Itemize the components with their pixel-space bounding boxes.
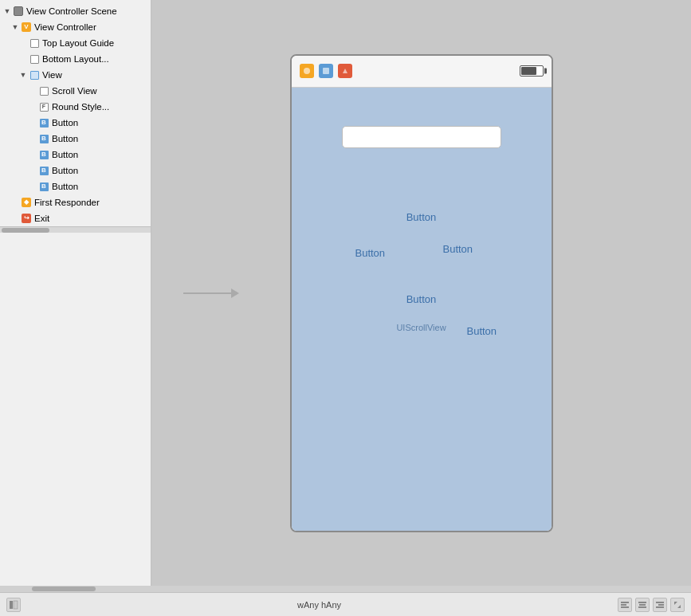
exit-icon: ↪ xyxy=(21,213,32,224)
vc-red-icon xyxy=(338,64,352,78)
sidebar-scroll-thumb[interactable] xyxy=(2,228,49,233)
canvas-button-center-top[interactable]: Button xyxy=(406,211,437,223)
bottom-layout-icon xyxy=(29,53,40,65)
sidebar-item-view-controller[interactable]: V View Controller xyxy=(0,19,151,35)
canvas-button-center-lower[interactable]: Button xyxy=(406,293,437,305)
sidebar-label-view-controller-scene: View Controller Scene xyxy=(26,4,117,18)
sidebar-item-exit[interactable]: ↪ Exit xyxy=(0,210,151,226)
sidebar-item-button-2[interactable]: B Button xyxy=(0,131,151,147)
sidebar-label-round-style: Round Style... xyxy=(52,100,109,114)
battery-fill xyxy=(521,67,537,75)
sidebar-item-first-responder[interactable]: ◆ First Responder xyxy=(0,194,151,210)
sidebar-label-bottom-layout: Bottom Layout... xyxy=(42,52,109,66)
canvas-area: Button Button Button Button Button UIScr… xyxy=(151,0,691,586)
arrow-head xyxy=(231,288,239,298)
sidebar-label-view-controller: View Controller xyxy=(34,20,96,34)
scene-icon xyxy=(13,6,24,17)
sidebar-label-button-1: Button xyxy=(52,116,78,130)
align-center-button[interactable] xyxy=(635,598,650,612)
button-5-icon: B xyxy=(38,181,49,192)
arrow-line xyxy=(183,292,231,294)
svg-rect-10 xyxy=(656,602,664,603)
svg-rect-11 xyxy=(658,604,664,606)
sidebar-label-button-5: Button xyxy=(52,179,78,194)
align-right-button[interactable] xyxy=(653,598,667,612)
size-class-label: wAny hAny xyxy=(297,600,341,610)
text-field[interactable] xyxy=(342,126,501,148)
sidebar-scrollbar[interactable] xyxy=(0,226,151,233)
toggle-view-controller-scene[interactable] xyxy=(3,7,11,15)
size-class-text: wAny hAny xyxy=(297,600,341,610)
panel-toggle-button[interactable] xyxy=(6,598,21,612)
sidebar-item-bottom-layout[interactable]: Bottom Layout... xyxy=(0,51,151,67)
button-4-icon: B xyxy=(38,165,49,176)
button-1-icon: B xyxy=(38,117,49,128)
horizontal-scrollbar[interactable] xyxy=(0,586,691,592)
sidebar-item-button-1[interactable]: B Button xyxy=(0,115,151,131)
svg-rect-6 xyxy=(621,606,629,608)
view-icon xyxy=(29,69,40,80)
sidebar-item-button-4[interactable]: B Button xyxy=(0,163,151,179)
svg-rect-9 xyxy=(638,606,646,608)
bottom-toolbar: wAny hAny xyxy=(0,592,691,616)
sidebar-item-round-style[interactable]: F Round Style... xyxy=(0,99,151,115)
svg-rect-7 xyxy=(638,602,646,603)
phone-mockup: Button Button Button Button Button UIScr… xyxy=(290,54,553,532)
svg-rect-12 xyxy=(656,606,664,608)
phone-top-bar xyxy=(292,56,552,88)
phone-top-icons xyxy=(300,64,352,78)
sidebar-label-first-responder: First Responder xyxy=(34,195,100,210)
vc-orange-icon xyxy=(300,64,314,78)
sidebar-label-scroll-view: Scroll View xyxy=(52,84,97,98)
sidebar-item-button-3[interactable]: B Button xyxy=(0,147,151,163)
resize-button[interactable] xyxy=(670,598,685,612)
bottom-toolbar-left xyxy=(6,598,21,612)
canvas-button-right-lower[interactable]: Button xyxy=(467,325,497,337)
button-2-icon: B xyxy=(38,133,49,144)
sidebar-label-top-layout-guide: Top Layout Guide xyxy=(42,36,114,50)
sidebar-label-button-4: Button xyxy=(52,163,78,178)
arrow xyxy=(183,288,239,298)
scroll-view-icon xyxy=(38,85,49,96)
sidebar-label-view: View xyxy=(42,68,62,82)
svg-rect-1 xyxy=(323,68,329,74)
round-style-icon: F xyxy=(38,101,49,112)
canvas-button-left-mid[interactable]: Button xyxy=(355,247,386,259)
svg-rect-2 xyxy=(10,601,13,609)
sidebar-item-scroll-view[interactable]: Scroll View xyxy=(0,83,151,99)
canvas-button-right-mid[interactable]: Button xyxy=(443,243,473,255)
horizontal-scroll-thumb[interactable] xyxy=(32,587,96,591)
sidebar-label-button-2: Button xyxy=(52,131,78,146)
vc-blue-icon xyxy=(319,64,333,78)
sidebar-label-button-3: Button xyxy=(52,147,78,162)
svg-rect-4 xyxy=(621,602,629,603)
svg-rect-3 xyxy=(14,601,18,609)
top-layout-icon xyxy=(29,37,40,49)
toggle-view[interactable] xyxy=(19,71,27,79)
sidebar-label-exit: Exit xyxy=(34,211,49,226)
uiscrollview-label: UIScrollView xyxy=(396,323,446,332)
vc-icon: V xyxy=(21,22,32,33)
scroll-view-canvas[interactable]: Button Button Button Button Button UIScr… xyxy=(292,88,552,531)
sidebar: View Controller Scene V View Controller … xyxy=(0,0,151,586)
svg-rect-8 xyxy=(639,604,646,606)
sidebar-item-button-5[interactable]: B Button xyxy=(0,179,151,194)
battery-indicator xyxy=(520,65,544,77)
svg-rect-5 xyxy=(621,604,626,606)
align-left-button[interactable] xyxy=(618,598,632,612)
button-3-icon: B xyxy=(38,149,49,160)
svg-point-0 xyxy=(304,68,310,74)
first-responder-icon: ◆ xyxy=(21,197,32,208)
sidebar-item-top-layout-guide[interactable]: Top Layout Guide xyxy=(0,35,151,51)
sidebar-item-view-controller-scene[interactable]: View Controller Scene xyxy=(0,3,151,19)
sidebar-item-view[interactable]: View xyxy=(0,67,151,83)
bottom-toolbar-right xyxy=(618,598,685,612)
toggle-view-controller[interactable] xyxy=(11,23,19,31)
